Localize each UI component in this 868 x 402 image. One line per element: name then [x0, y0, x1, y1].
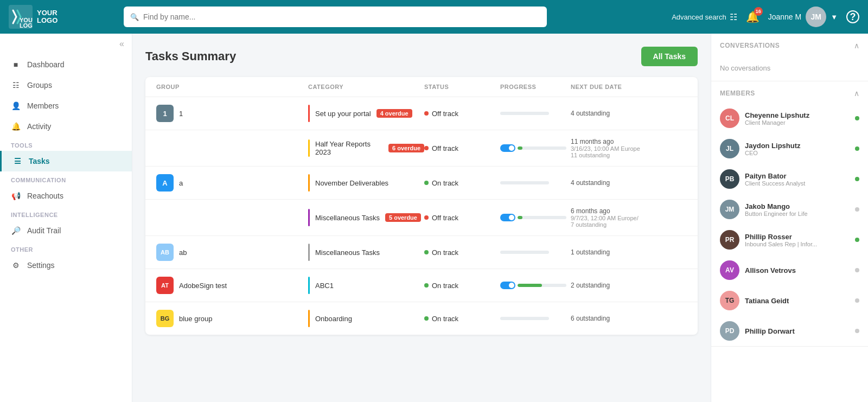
group-name: blue group [179, 315, 212, 323]
group-name: ab [179, 248, 187, 257]
due-cell: 6 months ago 9/7/23, 12:00 AM Europe/ 7 … [571, 207, 687, 228]
sidebar-item-audit-trail[interactable]: 🔎 Audit Trail [0, 220, 132, 241]
group-badge: A [156, 174, 174, 192]
conversations-chevron[interactable]: ∧ [854, 41, 859, 50]
category-name: Half Year Reports 2023 [315, 140, 383, 156]
sidebar-item-groups[interactable]: ☷ Groups [0, 75, 132, 95]
help-icon[interactable]: ? [846, 10, 859, 23]
group-cell: A a [156, 174, 308, 192]
progress-cell [500, 214, 571, 221]
search-input[interactable] [143, 12, 540, 21]
overdue-badge: 4 overdue [376, 109, 412, 118]
sidebar-item-settings[interactable]: ⚙ Settings [0, 255, 132, 276]
col-status: STATUS [424, 84, 500, 90]
group-name: a [179, 179, 183, 187]
members-chevron[interactable]: ∧ [854, 89, 859, 98]
table-row: AB ab Miscellaneous Tasks On track 1 out… [145, 236, 698, 269]
bell-icon-sidebar: 🔔 [11, 122, 21, 131]
table-row: Half Year Reports 2023 6 overdue Off tra… [145, 130, 698, 167]
sidebar: « ■ Dashboard ☷ Groups 👤 Members 🔔 Activ… [0, 34, 132, 402]
nav-right: Advanced search ☷ 🔔 16 Joanne M JM ▼ ? [672, 7, 859, 27]
status-text: Off track [432, 110, 458, 118]
page-title: Tasks Summary [145, 49, 236, 63]
status-cell: On track [424, 315, 500, 323]
group-cell: AB ab [156, 244, 308, 261]
col-progress: PROGRESS [500, 84, 571, 90]
member-item: JM Jakob Mango Button Engineer for Life [711, 194, 868, 225]
status-dot [424, 215, 429, 220]
due-cell: 2 outstanding [571, 282, 687, 289]
category-cell: Set up your portal 4 overdue [308, 105, 424, 122]
all-tasks-button[interactable]: All Tasks [641, 47, 698, 66]
online-indicator [855, 268, 859, 272]
main-layout: « ■ Dashboard ☷ Groups 👤 Members 🔔 Activ… [0, 34, 868, 402]
group-cell: AT AdobeSign test [156, 277, 308, 294]
conversations-title: CONVERSATIONS [720, 42, 780, 49]
online-indicator [855, 177, 859, 181]
progress-cell [500, 144, 571, 152]
sidebar-label-audit-trail: Audit Trail [27, 226, 61, 235]
user-name: Joanne M [768, 12, 801, 21]
sidebar-item-members[interactable]: 👤 Members [0, 95, 132, 116]
group-badge: AB [156, 244, 174, 261]
category-cell: Miscellaneous Tasks [308, 244, 424, 261]
status-dot [424, 111, 429, 116]
logo: YOUR LOGO YOUR LOGO [9, 5, 117, 29]
progress-toggle[interactable] [500, 282, 515, 289]
status-text: Off track [432, 214, 458, 222]
members-title: MEMBERS [720, 90, 755, 97]
status-cell: On track [424, 282, 500, 290]
conversations-header: CONVERSATIONS ∧ [711, 34, 868, 55]
notifications-button[interactable]: 🔔 16 [746, 10, 760, 23]
status-cell: On track [424, 179, 500, 187]
no-conversations-text: No coversations [711, 55, 868, 81]
reachouts-icon: 📢 [11, 191, 21, 201]
due-cell: 11 months ago 3/16/23, 10:00 AM Europe 1… [571, 138, 687, 158]
status-dot [424, 146, 429, 150]
collapse-icon[interactable]: « [119, 39, 124, 49]
member-item: CL Cheyenne Lipshutz Client Manager [711, 103, 868, 133]
filter-icon: ☷ [730, 12, 737, 22]
sidebar-collapse[interactable]: « [0, 34, 132, 54]
sidebar-item-activity[interactable]: 🔔 Activity [0, 116, 132, 137]
online-indicator [855, 238, 859, 242]
notif-badge: 16 [754, 7, 763, 16]
progress-cell [500, 251, 571, 254]
search-bar[interactable]: 🔍 [124, 7, 547, 27]
online-indicator [855, 146, 859, 151]
sidebar-item-dashboard[interactable]: ■ Dashboard [0, 54, 132, 75]
sidebar-label-dashboard: Dashboard [27, 60, 65, 69]
progress-toggle[interactable] [500, 214, 515, 221]
online-indicator [855, 207, 859, 212]
members-header: MEMBERS ∧ [711, 81, 868, 103]
user-menu[interactable]: Joanne M JM ▼ [768, 7, 838, 27]
status-text: On track [432, 248, 458, 257]
sidebar-item-tasks[interactable]: ☰ Tasks [0, 151, 132, 171]
category-name: Onboarding [315, 315, 352, 323]
sidebar-label-activity: Activity [27, 122, 51, 131]
status-cell: Off track [424, 110, 500, 118]
category-cell: Half Year Reports 2023 6 overdue [308, 139, 424, 157]
progress-toggle[interactable] [500, 144, 515, 152]
section-label-intelligence: INTELLIGENCE [0, 206, 132, 220]
sidebar-item-reachouts[interactable]: 📢 Reachouts [0, 186, 132, 206]
table-row: A a November Deliverables On track 4 out… [145, 167, 698, 200]
due-cell: 4 outstanding [571, 110, 687, 117]
advanced-search-button[interactable]: Advanced search ☷ [672, 12, 737, 22]
sidebar-label-settings: Settings [27, 261, 55, 270]
progress-cell [500, 317, 571, 320]
overdue-badge: 6 overdue [388, 144, 424, 152]
status-dot [424, 283, 429, 288]
col-group: GROUP [156, 84, 308, 90]
col-due-date: NEXT DUE DATE [571, 84, 687, 90]
group-badge: BG [156, 310, 174, 327]
category-cell: ABC1 [308, 277, 424, 294]
right-panel: CONVERSATIONS ∧ No coversations MEMBERS … [711, 34, 868, 402]
search-icon: 🔍 [130, 13, 139, 21]
section-label-communication: COMMUNICATION [0, 171, 132, 186]
table-row: Miscellaneous Tasks 5 overdue Off track … [145, 200, 698, 236]
status-text: On track [432, 282, 458, 290]
group-name: AdobeSign test [179, 282, 227, 290]
status-dot [424, 181, 429, 185]
members-icon: 👤 [11, 101, 21, 111]
